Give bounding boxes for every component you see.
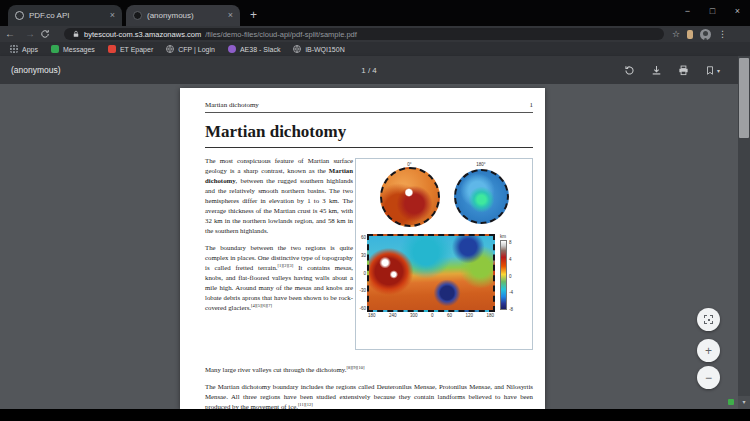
two-column-block: The most conspicuous feature of Martian … — [205, 156, 533, 359]
download-icon — [651, 65, 662, 76]
running-page-number: 1 — [530, 101, 534, 109]
bookmarks-bar: Apps Messages ET Epaper CFP | Login AE38… — [0, 42, 750, 56]
url-path: /files/demo-files/cloud-api/pdf-split/sa… — [205, 30, 357, 39]
paragraph-3: Many large river valleys cut through the… — [205, 365, 533, 375]
fit-to-page-icon — [704, 315, 713, 324]
north-hemisphere-map-image — [454, 169, 509, 224]
bookmark-star-icon[interactable]: ☆ — [672, 29, 680, 39]
download-button[interactable] — [651, 65, 662, 76]
bookmark-messages[interactable]: Messages — [51, 45, 95, 53]
color-scale-bar — [500, 240, 507, 310]
paragraph-1: The most conspicuous feature of Martian … — [205, 156, 353, 236]
bottom-black-bar — [0, 409, 750, 421]
browser-menu-icon[interactable]: ⋮ — [718, 29, 727, 39]
maximize-button[interactable]: □ — [700, 6, 725, 16]
tab-title: PDF.co API — [29, 11, 105, 20]
bookmark-ae38-slack[interactable]: AE38 - Slack — [228, 45, 280, 53]
minimize-button[interactable]: − — [675, 6, 700, 16]
et-epaper-icon — [108, 45, 116, 53]
body-text-column: The most conspicuous feature of Martian … — [205, 156, 353, 313]
refresh-button[interactable] — [40, 29, 60, 39]
tab-title: (anonymous) — [147, 11, 223, 20]
zoom-in-button[interactable]: + — [697, 339, 720, 362]
extension-icon[interactable] — [687, 30, 693, 39]
caret-down-icon: ▾ — [717, 67, 720, 74]
display-options-button[interactable]: ▾ — [705, 65, 720, 76]
pdf-toolbar: (anonymous) 1 / 4 ▾ — [0, 56, 738, 84]
south-hemisphere-map-image — [380, 167, 440, 227]
reference-marks: [8][9][10] — [346, 365, 364, 370]
lock-icon — [72, 30, 80, 38]
bookmark-cfp-login[interactable]: CFP | Login — [166, 45, 215, 53]
print-icon — [678, 65, 689, 76]
bookmark-ib-wqi150n[interactable]: iB-WQI150N — [293, 45, 344, 53]
scale-tick-labels: 8 4 0 -4 -8 — [509, 240, 513, 312]
pdf-toolbar-actions: ▾ — [624, 65, 720, 76]
back-button[interactable]: ← — [0, 29, 20, 39]
navigation-bar: ← → bytescout-com.s3.amazonaws.com/files… — [0, 26, 750, 42]
apps-grid-icon — [10, 45, 18, 53]
pdf-zoom-controls: + − — [697, 308, 720, 389]
new-tab-button[interactable]: + — [250, 8, 257, 26]
mars-topography-figure: 0° 180° 60 30 0 -30 — [355, 158, 533, 350]
refresh-icon — [40, 29, 50, 39]
browser-window: PDF.co API × (anonymous) × + − □ × ← → b… — [0, 0, 750, 421]
scrollbar-thumb[interactable] — [739, 58, 749, 138]
tab-close-icon[interactable]: × — [110, 11, 115, 20]
status-indicator — [728, 399, 734, 405]
tab-pdfco-api[interactable]: PDF.co API × — [8, 5, 122, 26]
reference-marks: [1][2][3] — [278, 263, 294, 268]
elevation-scale: km 8 4 0 -4 -8 — [500, 234, 513, 312]
polar-maps: 0° 180° — [356, 162, 532, 227]
running-header-title: Martian dichotomy — [205, 101, 259, 109]
vertical-scrollbar[interactable]: ▾ — [738, 56, 750, 409]
rotate-icon — [624, 65, 635, 76]
tab-favicon-icon — [15, 11, 24, 20]
bookmark-et-epaper[interactable]: ET Epaper — [108, 45, 153, 53]
paragraph-4: The Martian dichotomy boundary includes … — [205, 382, 533, 409]
bookmark-icon — [705, 65, 715, 76]
pdf-content-area: Martian dichotomy 1 Martian dichotomy Th… — [0, 84, 750, 409]
scroll-down-arrow[interactable]: ▾ — [738, 396, 750, 409]
address-bar[interactable]: bytescout-com.s3.amazonaws.com/files/dem… — [64, 28, 664, 40]
north-polar-map: 180° — [454, 162, 509, 224]
tab-anonymous[interactable]: (anonymous) × — [126, 5, 240, 26]
reference-marks: [4][5][6][7] — [251, 303, 272, 308]
pdf-page: Martian dichotomy 1 Martian dichotomy Th… — [180, 88, 545, 409]
nav-right-cluster: ☆ ⋮ — [672, 29, 727, 40]
window-controls: − □ × — [675, 0, 750, 22]
profile-avatar[interactable] — [700, 29, 711, 40]
title-bar: PDF.co API × (anonymous) × + − □ × — [0, 0, 750, 26]
article-title: Martian dichotomy — [205, 122, 533, 148]
zoom-out-button[interactable]: − — [697, 366, 720, 389]
globe-icon — [293, 45, 301, 53]
close-window-button[interactable]: × — [725, 6, 750, 16]
south-polar-map: 0° — [380, 162, 440, 227]
map-y-axis: 60 30 0 -30 -60 — [356, 234, 367, 312]
north-pole-label: 180° — [454, 162, 509, 167]
running-header: Martian dichotomy 1 — [205, 101, 533, 113]
rotate-button[interactable] — [624, 65, 635, 76]
forward-button[interactable]: → — [20, 29, 40, 39]
tab-close-icon[interactable]: × — [228, 11, 233, 20]
slack-icon — [228, 45, 236, 53]
messages-icon — [51, 45, 59, 53]
url-domain: bytescout-com.s3.amazonaws.com — [84, 30, 201, 39]
map-x-axis: 180 240 300 0 60 120 180 — [367, 312, 495, 318]
south-pole-label: 0° — [380, 162, 440, 167]
scale-unit-label: km — [500, 234, 513, 239]
fit-to-page-button[interactable] — [697, 308, 720, 331]
bookmark-apps[interactable]: Apps — [10, 45, 38, 53]
globe-icon — [166, 45, 174, 53]
reference-marks: [11][12] — [298, 402, 313, 407]
print-button[interactable] — [678, 65, 689, 76]
topography-map-image — [367, 234, 495, 312]
global-topography-map: 60 30 0 -30 -60 km 8 — [356, 234, 532, 312]
tab-favicon-icon — [133, 11, 142, 20]
paragraph-2: The boundary between the two regions is … — [205, 243, 353, 313]
